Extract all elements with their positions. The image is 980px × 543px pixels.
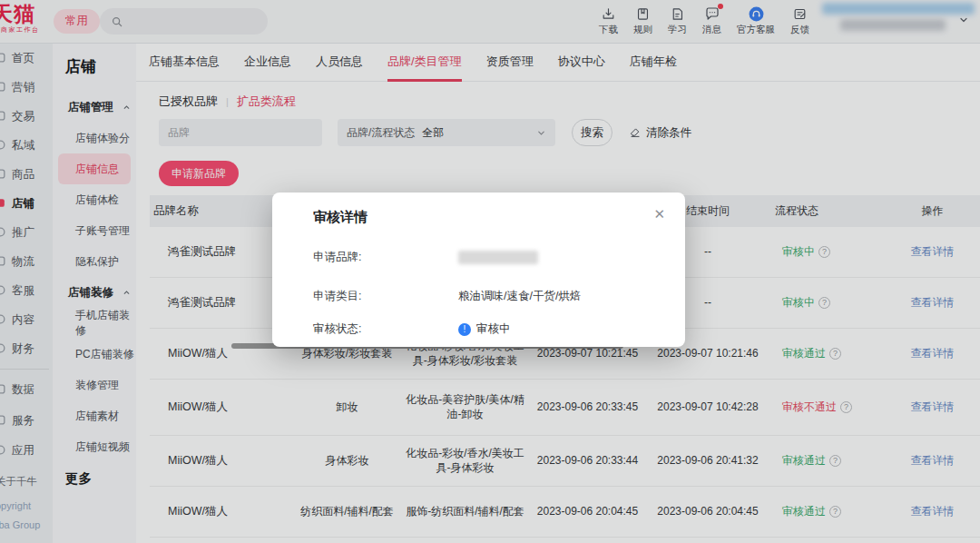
modal-title: 审核详情 xyxy=(313,209,368,226)
review-details-modal: 审核详情 ✕ 申请品牌: 申请类目: 粮油调味/速食/干货/烘焙 审核状态: !… xyxy=(272,193,685,347)
modal-field-category: 申请类目: 粮油调味/速食/干货/烘焙 xyxy=(313,289,581,304)
info-icon: ! xyxy=(458,323,471,336)
modal-field-brand: 申请品牌: xyxy=(313,250,538,265)
modal-field-status: 审核状态: ! 审核中 xyxy=(313,321,511,337)
app-window: 天猫 商家工作台 常用 下载 规则 xyxy=(0,0,980,543)
field-label: 申请类目: xyxy=(313,289,458,304)
field-label: 申请品牌: xyxy=(313,250,458,265)
field-label: 审核状态: xyxy=(313,321,458,337)
category-value: 粮油调味/速食/干货/烘焙 xyxy=(458,289,581,304)
review-status-value: 审核中 xyxy=(476,321,511,337)
close-icon[interactable]: ✕ xyxy=(653,206,665,222)
brand-value-blurred xyxy=(458,251,538,264)
